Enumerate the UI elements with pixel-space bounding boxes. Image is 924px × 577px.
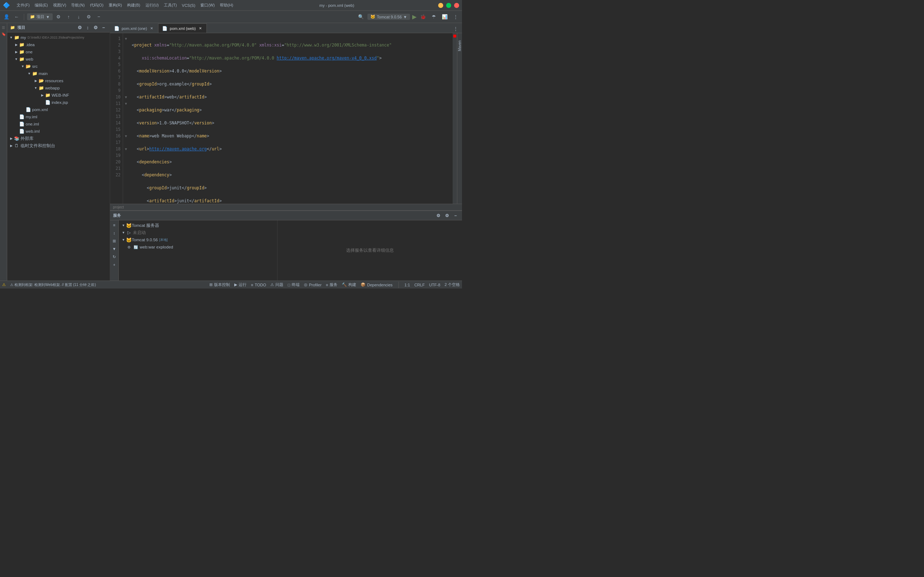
tree-item-resources[interactable]: ▶ 📂 resources: [7, 77, 110, 84]
close-panel-btn[interactable]: −: [100, 24, 107, 31]
cursor-position: 1:1: [405, 283, 410, 287]
menu-code[interactable]: 代码(O): [88, 2, 106, 9]
sync-files-btn[interactable]: ⚙: [76, 24, 83, 31]
tree-item-oneiml[interactable]: 📄 one.iml: [7, 121, 110, 128]
debug-button[interactable]: 🐞: [419, 13, 427, 21]
icon-resources: 📂: [38, 78, 44, 84]
srv-refresh[interactable]: ↻: [111, 253, 118, 260]
maximize-button[interactable]: □: [446, 3, 451, 8]
profile-button[interactable]: 📊: [440, 13, 449, 21]
collapse-all-btn[interactable]: ↕: [84, 24, 91, 31]
status-problems[interactable]: ⚠ 问题: [270, 282, 283, 287]
tab-pom-web-icon: 📄: [162, 26, 168, 31]
fold-16[interactable]: ▼: [123, 133, 129, 139]
srv-collapse-all[interactable]: ≡: [111, 222, 118, 228]
menu-view[interactable]: 视图(V): [51, 2, 69, 9]
project-selector[interactable]: 📁 项目 ▼: [27, 13, 53, 20]
menu-edit[interactable]: 编辑(E): [32, 2, 50, 9]
status-run[interactable]: ▶ 运行: [234, 282, 247, 287]
menu-vcs[interactable]: VCS(S): [180, 3, 197, 8]
tree-item-idea[interactable]: ▶ 📁 .idea: [7, 41, 110, 48]
toolbar-right: 🔍 🐱 Tomcat 9.0.56 ▼ ▶ 🐞 ☂ 📊 ⋮: [357, 13, 460, 21]
menu-window[interactable]: 窗口(W): [198, 2, 217, 9]
fold-2: [123, 42, 129, 48]
menu-file[interactable]: 文件(F): [15, 2, 32, 9]
tree-item-one[interactable]: ▶ 📁 one: [7, 48, 110, 56]
menu-refactor[interactable]: 重构(R): [107, 2, 124, 9]
status-profiler[interactable]: ◎ Profiler: [304, 282, 321, 287]
status-services[interactable]: ≡ 服务: [326, 282, 338, 287]
structure-icon[interactable]: ☰: [1, 24, 6, 30]
minimize-button[interactable]: ─: [438, 3, 443, 8]
toolbar-icon-1[interactable]: 👤: [2, 13, 11, 21]
srv-not-started[interactable]: ▼ ▷ 未启动: [119, 229, 277, 236]
line-1: <project xmlns="http://maven.apache.org/…: [132, 42, 452, 48]
tab-pom-web[interactable]: 📄 pom.xml (web) ✕: [158, 23, 207, 33]
line-endings: CRLF: [414, 283, 425, 287]
tree-item-pomxml[interactable]: 📄 pom.xml: [7, 106, 110, 113]
srv-tomcat-servers[interactable]: ▼ 🐱 Tomcat 服务器: [119, 222, 277, 229]
bookmark-icon[interactable]: 🔖: [1, 31, 6, 37]
services-title: 服务: [113, 213, 121, 218]
toolbar-settings[interactable]: ⚙: [84, 13, 93, 21]
status-vcs[interactable]: ⊞ 版本控制: [209, 282, 230, 287]
srv-group[interactable]: ⊞: [111, 238, 118, 244]
fold-10[interactable]: ▼: [123, 94, 129, 100]
panel-settings-btn[interactable]: ⚙: [92, 24, 99, 31]
tree-item-my[interactable]: ▼ 📁 my D:\IntelliJ IDEA 2022.3\IdeaProje…: [7, 34, 110, 41]
tree-item-web[interactable]: ▼ 📁 web: [7, 56, 110, 63]
profiler-label: Profiler: [309, 283, 321, 287]
tree-item-scratches[interactable]: ▶ 🗒 临时文件和控制台: [7, 142, 110, 149]
menu-navigate[interactable]: 导航(N): [69, 2, 87, 9]
tab-pom-one-close[interactable]: ✕: [149, 26, 154, 31]
services-minimize-btn[interactable]: −: [452, 212, 459, 219]
toolbar-nav-down[interactable]: ↓: [74, 13, 83, 21]
menu-tools[interactable]: 工具(T): [162, 2, 179, 9]
indent-info: 2 个空格: [445, 282, 460, 287]
tree-item-main[interactable]: ▼ 📁 main: [7, 70, 110, 77]
status-terminal[interactable]: □ 终端: [288, 282, 300, 287]
tab-pom-one[interactable]: 📄 pom.xml (one) ✕: [110, 23, 158, 33]
menu-build[interactable]: 构建(B): [125, 2, 142, 9]
code-editor[interactable]: <project xmlns="http://maven.apache.org/…: [129, 33, 452, 204]
run-configuration[interactable]: 🐱 Tomcat 9.0.56 ▼: [367, 14, 410, 20]
tab-pom-web-close[interactable]: ✕: [198, 26, 203, 31]
services-settings-btn[interactable]: ⚙: [435, 212, 442, 219]
fold-11[interactable]: ▼: [123, 100, 129, 107]
srv-sort[interactable]: ↕: [111, 230, 118, 236]
toolbar-nav-up[interactable]: ↑: [64, 13, 73, 21]
menu-help[interactable]: 帮助(H): [218, 2, 235, 9]
status-deps[interactable]: 📦 Dependencies: [360, 282, 393, 287]
srv-filter[interactable]: ▼: [111, 246, 118, 252]
tab-recent-files[interactable]: ⋮: [451, 24, 460, 33]
tree-item-myiml[interactable]: 📄 my.iml: [7, 113, 110, 121]
toolbar-collapse[interactable]: −: [95, 13, 103, 21]
toolbar-icon-back[interactable]: ←: [12, 13, 21, 21]
fold-1[interactable]: ▼: [123, 35, 129, 42]
run-button[interactable]: ▶: [412, 13, 417, 20]
status-todo[interactable]: ≡ TODO: [251, 283, 266, 287]
editor-breadcrumb: project: [110, 204, 462, 210]
icon-web: 📁: [19, 56, 24, 62]
tree-item-webiml[interactable]: 📄 web.iml: [7, 128, 110, 135]
toolbar-sync[interactable]: ⚙: [54, 13, 63, 21]
maven-panel[interactable]: Maven: [457, 33, 462, 204]
tree-item-indexjsp[interactable]: 📄 index.jsp: [7, 99, 110, 106]
arrow-webiml: [14, 129, 19, 134]
fold-18[interactable]: ▼: [123, 146, 129, 152]
vcs-icon: ⊞: [209, 282, 213, 287]
tree-item-webapp[interactable]: ▼ 📁 webapp: [7, 84, 110, 92]
srv-add[interactable]: +: [111, 261, 118, 268]
toolbar-search[interactable]: 🔍: [357, 13, 365, 21]
services-config-btn[interactable]: ⚙: [443, 212, 451, 219]
tree-item-external[interactable]: ▶ 📚 外部库: [7, 135, 110, 142]
toolbar-more[interactable]: ⋮: [451, 13, 460, 21]
srv-tomcat-956[interactable]: ▼ 🐱 Tomcat 9.0.56 [本地]: [119, 236, 277, 243]
coverage-button[interactable]: ☂: [430, 13, 438, 21]
menu-run[interactable]: 运行(U): [143, 2, 161, 9]
close-button[interactable]: ✕: [454, 3, 459, 8]
tree-item-src[interactable]: ▼ 📂 src: [7, 63, 110, 70]
status-build[interactable]: 🔨 构建: [342, 282, 356, 287]
tree-item-webinf[interactable]: ▶ 📁 WEB-INF: [7, 92, 110, 99]
srv-web-exploded[interactable]: ⚙ 🔄 web:war exploded: [119, 243, 277, 251]
